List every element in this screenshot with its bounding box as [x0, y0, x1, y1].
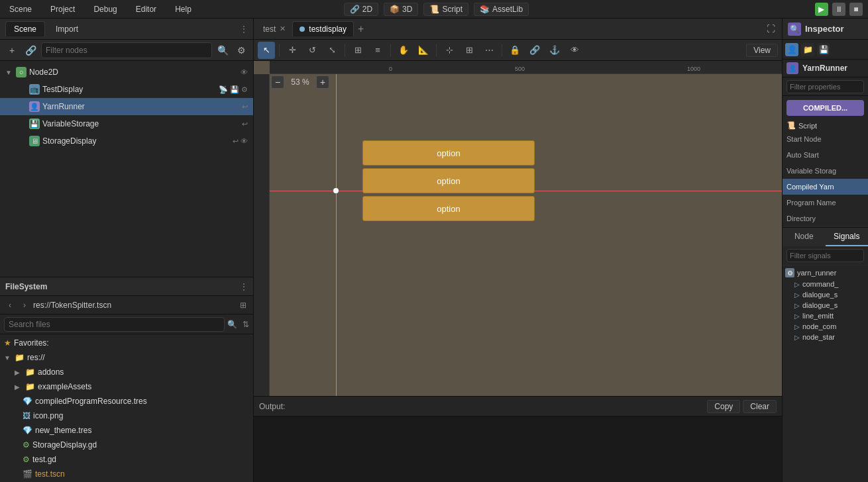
signal-item-dialogue2[interactable]: ▷ dialogue_s [783, 300, 868, 311]
menu-debug[interactable]: Debug [89, 3, 121, 15]
pause-button[interactable]: ⏸ [832, 3, 845, 16]
inspector-tool-1[interactable]: 👤 [785, 43, 798, 56]
inspector-filter-input[interactable] [787, 80, 864, 93]
tab-testdisplay[interactable]: testdisplay [292, 21, 354, 36]
variablestorage-icons: ↩ [242, 120, 248, 128]
tab-signals[interactable]: Signals [826, 228, 869, 246]
signal-item-line[interactable]: ▷ line_emitt [783, 311, 868, 321]
signal-item-dialogue1[interactable]: ▷ dialogue_s [783, 289, 868, 300]
tree-node-variablestorage[interactable]: 💾 VariableStorage ↩ [0, 115, 253, 132]
add-node-button[interactable]: + [4, 42, 20, 58]
lock-button[interactable]: 🔒 [506, 42, 523, 59]
fs-item-exampleassets[interactable]: ▶ 📁 exampleAssets [0, 379, 253, 394]
signal-item-command[interactable]: ▷ command_ [783, 279, 868, 289]
testdisplay-icon: 📺 [29, 84, 40, 95]
zoom-in-button[interactable]: + [316, 75, 329, 89]
tab-import[interactable]: Import [48, 22, 86, 36]
menu-help[interactable]: Help [171, 3, 195, 15]
fs-breadcrumb: ‹ › res://TokenSpitter.tscn ⊞ [0, 296, 253, 314]
pan-tool-button[interactable]: ✋ [395, 42, 412, 59]
test-tab-label: test [263, 24, 276, 34]
more-options-button[interactable]: ⋯ [480, 42, 498, 59]
snap2-button[interactable]: ⊞ [461, 42, 478, 59]
fs-item-addons[interactable]: ▶ 📁 addons [0, 365, 253, 379]
search-nodes-button[interactable]: 🔍 [215, 42, 231, 58]
add-tab-button[interactable]: + [354, 23, 368, 35]
fs-sort-button[interactable]: ⇅ [243, 320, 249, 329]
scene-toolbar: + 🔗 🔍 ⚙ [0, 40, 253, 61]
zoom-label: 53 % [287, 77, 313, 87]
tree-node-yarnrunner[interactable]: 👤 YarnRunner ↩ [0, 98, 253, 115]
prop-compiled-yarn[interactable]: Compiled Yarn [783, 179, 868, 195]
assetlib-button[interactable]: 📚 AssetLib [474, 3, 529, 16]
ruler-tool-button[interactable]: 📐 [415, 42, 432, 59]
filter-options-button[interactable]: ⚙ [233, 42, 249, 58]
tree-node-testdisplay[interactable]: 📺 TestDisplay 📡 💾 ⚙ [0, 81, 253, 98]
view-button[interactable]: View [746, 44, 778, 57]
link-node-button[interactable]: 🔗 [23, 42, 38, 58]
fs-testgd-label: test.gd [32, 455, 56, 464]
signal-group-label: yarn_runner [797, 269, 836, 277]
stop-button[interactable]: ■ [849, 3, 863, 16]
fs-item-theme[interactable]: 💎 new_theme.tres [0, 423, 253, 438]
testdisplay-label: TestDisplay [42, 85, 216, 94]
group-button[interactable]: ⊞ [349, 42, 366, 59]
test-tab-close[interactable]: ✕ [280, 24, 286, 33]
fs-favorites-label: Favorites: [14, 338, 49, 348]
fs-item-testtscn[interactable]: 🎬 test.tscn [0, 467, 253, 481]
fs-item-storagedisplaygd[interactable]: ⚙ StorageDisplay.gd [0, 438, 253, 452]
compiled-button[interactable]: COMPILED... [787, 100, 864, 116]
play-button[interactable]: ▶ [815, 3, 828, 16]
fs-grid-button[interactable]: ⊞ [237, 299, 249, 311]
inspector-tool-2[interactable]: 📁 [801, 43, 814, 56]
signals-filter-input[interactable] [787, 249, 864, 262]
tab-node[interactable]: Node [783, 228, 826, 246]
fs-options-button[interactable]: ⋮ [240, 282, 248, 291]
rotate-tool-button[interactable]: ↺ [303, 42, 321, 59]
signal-group-header[interactable]: ⚙ yarn_runner [783, 267, 868, 279]
clear-button[interactable]: Clear [743, 400, 777, 413]
fullscreen-button[interactable]: ⛶ [762, 21, 779, 38]
tree-node-node2d[interactable]: ▼ ○ Node2D 👁 [0, 64, 253, 81]
tab-test[interactable]: test ✕ [256, 22, 292, 36]
fs-exampleassets-label: exampleAssets [38, 382, 91, 391]
fs-item-icon[interactable]: 🖼 icon.png [0, 409, 253, 423]
fs-back-button[interactable]: ‹ [4, 299, 16, 311]
center-panel: test ✕ testdisplay + ⛶ ↖ ✛ ↺ ⤡ ⊞ ≡ ✋ 📐 [254, 19, 782, 482]
align-button[interactable]: ≡ [369, 42, 386, 59]
storagedisplay-label: StorageDisplay [42, 136, 230, 146]
scene-options-button[interactable]: ⋮ [240, 24, 248, 34]
inspector-tools: 👤 📁 💾 [783, 40, 868, 60]
copy-button[interactable]: Copy [707, 400, 740, 413]
tree-node-storagedisplay[interactable]: 🖥 StorageDisplay ↩ 👁 [0, 132, 253, 150]
zoom-out-button[interactable]: − [271, 75, 284, 89]
fs-item-res[interactable]: ▼ 📁 res:// [0, 350, 253, 365]
fs-item-favorites[interactable]: ★ Favorites: [0, 336, 253, 350]
visibility-button[interactable]: 👁 [566, 42, 583, 59]
tab-scene[interactable]: Scene [5, 21, 45, 36]
mode-3d-button[interactable]: 📦 3D [384, 3, 418, 16]
fs-search-input[interactable] [4, 317, 225, 332]
menu-bar: Scene Project Debug Editor Help 🔗 2D 📦 3… [0, 0, 868, 19]
vp-ruler-top: 0 500 1000 [270, 61, 782, 74]
node-signals-tabs: Node Signals [783, 227, 868, 246]
menu-editor[interactable]: Editor [132, 3, 160, 15]
menu-scene[interactable]: Scene [5, 3, 36, 15]
select-tool-button[interactable]: ↖ [258, 42, 275, 59]
signal-item-nodecom[interactable]: ▷ node_com [783, 321, 868, 332]
snap-button[interactable]: ⊹ [441, 42, 458, 59]
anchor-button[interactable]: ⚓ [546, 42, 563, 59]
fs-item-compiled[interactable]: 💎 compiledProgramResource.tres [0, 394, 253, 409]
file-icon-testtscn: 🎬 [23, 469, 32, 479]
scale-tool-button[interactable]: ⤡ [323, 42, 341, 59]
fs-forward-button[interactable]: › [19, 299, 30, 311]
script-button[interactable]: 📜 Script [423, 3, 468, 16]
menu-project[interactable]: Project [46, 3, 79, 15]
group2-button[interactable]: 🔗 [526, 42, 543, 59]
mode-2d-button[interactable]: 🔗 2D [344, 3, 378, 16]
signal-item-nodestar[interactable]: ▷ node_star [783, 332, 868, 342]
move-tool-button[interactable]: ✛ [284, 42, 301, 59]
filter-nodes-input[interactable] [46, 46, 207, 55]
inspector-tool-3[interactable]: 💾 [817, 43, 830, 56]
fs-item-testgd[interactable]: ⚙ test.gd [0, 452, 253, 467]
